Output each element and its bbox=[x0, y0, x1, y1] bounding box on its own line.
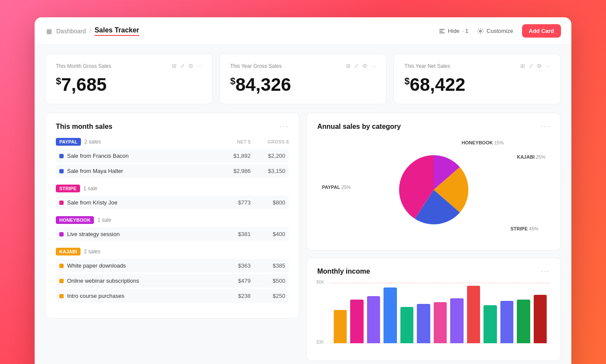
payment-header-3: KAJABI 2 sales bbox=[56, 248, 289, 255]
metric-card-1: This Year Gross Sales ⊞ ⤢ ⚙ ··· $84,326 bbox=[219, 54, 387, 104]
sale-name-0-0: Sale from Francis Bacon bbox=[59, 153, 216, 159]
payment-group-2: HONEYBOOK 1 sale Live strategy session $… bbox=[56, 216, 289, 241]
metric-icons: ⊞ ⤢ ⚙ ··· bbox=[172, 63, 202, 69]
svg-point-3 bbox=[480, 30, 481, 32]
sale-dot-3-2 bbox=[59, 294, 64, 298]
sale-item-name: White paper downloads bbox=[67, 262, 126, 269]
bar-7 bbox=[450, 298, 463, 343]
expand-icon[interactable]: ⤢ bbox=[354, 63, 359, 69]
metric-label: This Year Net Sales ⊞ ⤢ ⚙ ··· bbox=[404, 63, 550, 69]
dashboard-breadcrumb-label[interactable]: Dashboard bbox=[56, 28, 86, 35]
more-icon[interactable]: ··· bbox=[371, 63, 376, 69]
sale-dot-0-0 bbox=[59, 154, 64, 158]
sale-dot-0-1 bbox=[59, 169, 64, 173]
sale-gross-0-1: $3,150 bbox=[251, 168, 285, 174]
dashboard-icon: ▦ bbox=[45, 27, 53, 35]
payment-header-0: PAYPAL 2 sales NET $ GROSS $ bbox=[56, 138, 289, 146]
add-card-button[interactable]: Add Card bbox=[522, 24, 561, 38]
settings-icon[interactable]: ⚙ bbox=[537, 63, 542, 69]
bar-11 bbox=[517, 300, 530, 343]
bar-chart-area: $6K $3K bbox=[317, 283, 550, 352]
sale-item-name: Online webinar subscriptions bbox=[67, 278, 139, 284]
metric-label-text: This Year Net Sales bbox=[404, 63, 450, 69]
metric-icons: ⊞ ⤢ ⚙ ··· bbox=[520, 63, 550, 69]
breadcrumb-separator: / bbox=[90, 28, 91, 35]
pie-more-button[interactable]: ··· bbox=[541, 122, 550, 131]
bar-more-button[interactable]: ··· bbox=[541, 267, 550, 276]
sale-net-0-1: $2,986 bbox=[216, 168, 251, 174]
sale-gross-3-0: $385 bbox=[251, 262, 285, 269]
bars-container bbox=[330, 283, 550, 343]
pie-label-honeybook: HONEYBOOK 15% bbox=[462, 140, 504, 145]
metric-label: This Month Gross Sales ⊞ ⤢ ⚙ ··· bbox=[56, 63, 202, 69]
left-panel: This month sales ··· PAYPAL 2 sales NET … bbox=[45, 113, 300, 361]
sale-name-3-0: White paper downloads bbox=[59, 262, 216, 269]
sale-item-name: Intro course purchases bbox=[67, 293, 124, 299]
sale-name-3-2: Intro course purchases bbox=[59, 293, 216, 299]
filter-icon[interactable]: ⊞ bbox=[520, 63, 525, 69]
expand-icon[interactable]: ⤢ bbox=[529, 63, 533, 69]
sale-row-3-2: Intro course purchases $238 $250 bbox=[56, 289, 289, 303]
payment-group-1: STRIPE 1 sale Sale from Kristy Joe $773 … bbox=[56, 185, 289, 209]
payment-badge-2: HONEYBOOK bbox=[56, 216, 94, 224]
header-actions: Hide · 1 Customize Add Card bbox=[438, 24, 561, 38]
more-icon[interactable]: ··· bbox=[545, 63, 550, 69]
pie-chart-header: Annual sales by category ··· bbox=[317, 122, 550, 131]
sale-net-3-2: $238 bbox=[216, 293, 251, 299]
sale-net-3-0: $363 bbox=[216, 262, 251, 269]
sale-item-name: Sale from Kristy Joe bbox=[67, 199, 117, 206]
pie-label-stripe: STRIPE 45% bbox=[510, 226, 538, 231]
pie-chart-svg bbox=[390, 147, 477, 233]
pie-chart-title: Annual sales by category bbox=[317, 123, 401, 131]
payment-group-3: KAJABI 2 sales White paper downloads $36… bbox=[56, 248, 289, 303]
sale-gross-0-0: $2,200 bbox=[251, 153, 285, 159]
header: ▦ Dashboard / Sales Tracker Hide · 1 Cus… bbox=[35, 17, 571, 45]
sale-row-1-0: Sale from Kristy Joe $773 $800 bbox=[56, 196, 289, 209]
col-net-header: NET $ bbox=[216, 139, 251, 144]
settings-icon[interactable]: ⚙ bbox=[362, 63, 367, 69]
payment-header-2: HONEYBOOK 1 sale bbox=[56, 216, 289, 224]
sale-row-0-0: Sale from Francis Bacon $1,892 $2,200 bbox=[56, 149, 289, 163]
payment-badge-0: PAYPAL bbox=[56, 138, 81, 146]
pie-chart-card: Annual sales by category ··· HONEYBOOK 1… bbox=[306, 113, 561, 251]
metric-currency: $ bbox=[404, 76, 409, 86]
metric-cards: This Month Gross Sales ⊞ ⤢ ⚙ ··· $7,685 … bbox=[45, 54, 561, 104]
hide-count: · 1 bbox=[462, 28, 468, 34]
settings-icon[interactable]: ⚙ bbox=[188, 63, 193, 69]
metric-label-text: This Year Gross Sales bbox=[230, 63, 282, 69]
payment-count-3: 2 sales bbox=[84, 249, 100, 255]
sale-dot-3-1 bbox=[59, 279, 64, 283]
customize-label: Customize bbox=[487, 28, 513, 34]
filter-icon[interactable]: ⊞ bbox=[172, 63, 177, 69]
payment-group-0: PAYPAL 2 sales NET $ GROSS $ Sale from F… bbox=[56, 138, 289, 178]
expand-icon[interactable]: ⤢ bbox=[180, 63, 185, 69]
gear-icon bbox=[477, 28, 484, 35]
current-page-label: Sales Tracker bbox=[94, 26, 139, 36]
sale-gross-3-2: $250 bbox=[251, 293, 285, 299]
bar-1 bbox=[350, 300, 363, 343]
hide-action[interactable]: Hide · 1 bbox=[438, 28, 468, 35]
sale-name-1-0: Sale from Kristy Joe bbox=[59, 199, 216, 206]
sales-more-button[interactable]: ··· bbox=[280, 122, 289, 131]
bar-chart-header: Monthly income ··· bbox=[317, 267, 550, 276]
bar-chart-card: Monthly income ··· $6K $3K bbox=[306, 258, 561, 361]
sale-item-name: Live strategy session bbox=[67, 231, 119, 237]
sale-net-1-0: $773 bbox=[216, 199, 251, 206]
sale-gross-3-1: $500 bbox=[251, 278, 285, 284]
bar-8 bbox=[467, 286, 480, 343]
sale-gross-2-0: $400 bbox=[251, 231, 285, 237]
bar-5 bbox=[417, 304, 430, 343]
sale-name-2-0: Live strategy session bbox=[59, 231, 216, 237]
filter-icon[interactable]: ⊞ bbox=[346, 63, 351, 69]
metric-value: $84,326 bbox=[230, 74, 376, 95]
customize-action[interactable]: Customize bbox=[477, 28, 513, 35]
pie-label-paypal: PAYPAL 25% bbox=[322, 185, 351, 190]
sale-net-2-0: $381 bbox=[216, 231, 251, 237]
sale-gross-1-0: $800 bbox=[251, 199, 285, 206]
sale-dot-1-0 bbox=[59, 201, 64, 205]
more-icon[interactable]: ··· bbox=[197, 63, 202, 69]
dashboard-container: ▦ Dashboard / Sales Tracker Hide · 1 Cus… bbox=[35, 17, 571, 364]
bottom-section: This month sales ··· PAYPAL 2 sales NET … bbox=[45, 113, 561, 361]
sales-card: This month sales ··· PAYPAL 2 sales NET … bbox=[45, 113, 300, 319]
sale-name-3-1: Online webinar subscriptions bbox=[59, 278, 216, 284]
